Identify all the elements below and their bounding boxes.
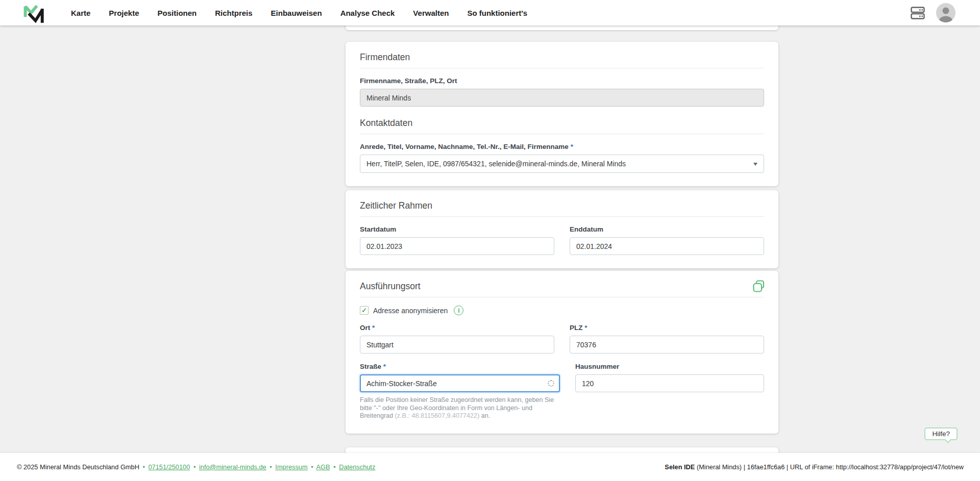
loading-spinner-icon — [548, 380, 554, 387]
anonymize-label: Adresse anonymisieren — [373, 307, 448, 315]
divider — [360, 216, 764, 217]
ort-input[interactable] — [360, 336, 554, 353]
bubble-tail — [945, 437, 951, 443]
footer-link-impressum[interactable]: Impressum — [275, 463, 307, 471]
nav-item-richtpreis[interactable]: Richtpreis — [215, 9, 252, 17]
hint-example: (z.B.: 48.8115607,9.4077422) — [395, 412, 480, 419]
strasse-label: Straße * — [360, 362, 560, 371]
kontakt-label-text: Anrede, Titel, Vorname, Nachname, Tel.-N… — [360, 143, 569, 150]
firmenname-label: Firmenname, Straße, PLZ, Ort — [360, 77, 764, 85]
plz-input[interactable] — [570, 336, 764, 353]
nav-item-so-funktionierts[interactable]: So funktioniert's — [467, 9, 527, 17]
footer-left: © 2025 Mineral Minds Deutschland GmbH • … — [17, 463, 375, 471]
anonymize-row: ✓ Adresse anonymisieren i — [360, 306, 764, 315]
chevron-down-icon — [753, 163, 757, 166]
kontaktdaten-title: Kontaktdaten — [360, 117, 764, 129]
enddatum-label: Enddatum — [570, 225, 764, 234]
info-glyph: i — [458, 307, 459, 314]
zeitlicher-rahmen-card: Zeitlicher Rahmen Startdatum Enddatum — [346, 190, 778, 268]
nav-item-einbauweisen[interactable]: Einbauweisen — [271, 9, 322, 17]
separator-dot: • — [142, 463, 144, 471]
startdatum-label: Startdatum — [360, 225, 554, 234]
main-nav: Karte Projekte Positionen Richtpreis Ein… — [71, 9, 527, 17]
hausnummer-input[interactable] — [575, 374, 764, 392]
user-avatar[interactable] — [936, 3, 955, 22]
divider — [360, 134, 764, 134]
footer-link-datenschutz[interactable]: Datenschutz — [339, 463, 375, 471]
hint-suffix: an. — [481, 412, 491, 419]
firmendaten-card: Firmendaten Firmenname, Straße, PLZ, Ort… — [346, 42, 778, 186]
nav-item-analyse-check[interactable]: Analyse Check — [340, 9, 395, 17]
nav-item-verwalten[interactable]: Verwalten — [413, 9, 449, 17]
footer-right: Selen IDE (Mineral Minds) | 16fae1ffc6a6… — [665, 463, 964, 471]
divider — [360, 297, 764, 297]
plz-label: PLZ * — [570, 323, 764, 332]
info-icon[interactable]: i — [454, 306, 463, 315]
footer-ide-name: Selen IDE — [665, 463, 695, 471]
kontakt-label: Anrede, Titel, Vorname, Nachname, Tel.-N… — [360, 142, 764, 151]
required-asterisk: * — [571, 143, 573, 150]
navbar-right — [911, 0, 955, 26]
anonymize-checkbox[interactable]: ✓ — [360, 306, 369, 315]
top-navbar: Karte Projekte Positionen Richtpreis Ein… — [0, 0, 980, 26]
help-button[interactable]: Hilfe? — [924, 427, 958, 440]
strasse-input[interactable] — [360, 374, 560, 392]
strasse-label-text: Straße — [360, 363, 381, 370]
firmenname-input — [360, 89, 764, 107]
separator-dot: • — [311, 463, 313, 471]
footer-ide-info: (Mineral Minds) | 16fae1ffc6a6 | URL of … — [695, 463, 964, 471]
help-button-label: Hilfe? — [932, 430, 950, 438]
checkmark-icon: ✓ — [361, 307, 367, 314]
footer-link-agb[interactable]: AGB — [316, 463, 330, 471]
ort-label: Ort * — [360, 323, 554, 332]
required-asterisk: * — [584, 324, 587, 332]
separator-dot: • — [270, 463, 272, 471]
nav-item-projekte[interactable]: Projekte — [109, 9, 139, 17]
ausfuehrungsort-card: Ausführungsort ✓ Adresse anonymisieren i… — [346, 271, 778, 434]
hausnummer-label: Hausnummer — [575, 362, 764, 371]
kontakt-select-value: Herr, TitelP, Selen, IDE, 0987/654321, s… — [366, 160, 626, 168]
mineral-minds-logo-icon[interactable] — [21, 3, 45, 23]
copyright-text: © 2025 Mineral Minds Deutschland GmbH — [17, 463, 139, 471]
copy-icon[interactable] — [752, 280, 765, 293]
footer-link-phone[interactable]: 07151/250100 — [149, 463, 190, 471]
divider — [360, 68, 764, 68]
footer: © 2025 Mineral Minds Deutschland GmbH • … — [0, 453, 980, 481]
ausfuehrungsort-title: Ausführungsort — [360, 280, 764, 292]
separator-dot: • — [333, 463, 335, 471]
required-asterisk: * — [383, 363, 386, 370]
plz-label-text: PLZ — [570, 324, 583, 332]
footer-link-email[interactable]: info@mineral-minds.de — [199, 463, 266, 471]
kontakt-select[interactable]: Herr, TitelP, Selen, IDE, 0987/654321, s… — [360, 155, 764, 173]
startdatum-input[interactable] — [360, 237, 554, 255]
separator-dot: • — [193, 463, 195, 471]
strasse-hint: Falls die Position keiner Straße zugeord… — [360, 396, 560, 420]
person-icon — [936, 3, 955, 22]
firmendaten-title: Firmendaten — [360, 51, 764, 63]
enddatum-input[interactable] — [570, 237, 764, 255]
ort-label-text: Ort — [360, 324, 370, 332]
zeitlicher-rahmen-title: Zeitlicher Rahmen — [360, 199, 764, 212]
nav-item-karte[interactable]: Karte — [71, 9, 90, 17]
required-asterisk: * — [372, 324, 375, 332]
nav-item-positionen[interactable]: Positionen — [158, 9, 197, 17]
server-icon[interactable] — [911, 6, 925, 20]
